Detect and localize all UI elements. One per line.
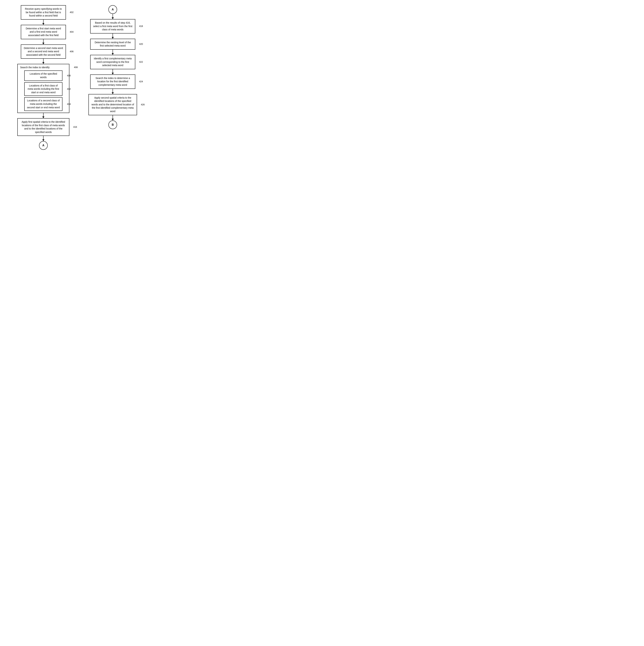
step-422-label: 422 <box>139 61 143 64</box>
step-402-box: Receive query specifying words to be fou… <box>21 5 66 20</box>
step-426-label: 426 <box>141 103 145 106</box>
step-418-text: Based on the results of step 416, select… <box>93 21 132 31</box>
arrow-r2 <box>112 33 114 39</box>
step-414-box: Locations of a second class of meta word… <box>24 97 62 111</box>
step-416-box: Apply first spatial criteria to the iden… <box>17 118 70 136</box>
circle-a-bottom: A <box>39 141 48 150</box>
circle-b-bottom: B <box>108 120 117 129</box>
arrow-head <box>42 62 44 64</box>
step-414-label: 414 <box>67 103 71 106</box>
arrow-head <box>112 53 114 55</box>
step-422-box: Identify a first complementary meta word… <box>90 55 135 69</box>
group-408-box: Search the index to identify: 408 Locati… <box>17 64 70 113</box>
step-424-box: Search the index to determine a location… <box>90 75 135 89</box>
arrow-line <box>43 59 43 62</box>
step-404-box: Determine a first start meta word and a … <box>21 25 66 39</box>
circle-a-bottom-label: A <box>42 144 44 147</box>
arrow-1 <box>42 20 44 25</box>
step-416-text: Apply first spatial criteria to the iden… <box>22 120 65 133</box>
arrow-line <box>43 113 43 116</box>
step-412-label: 412 <box>67 88 71 91</box>
step-410-text: Locations of the specified words <box>30 72 57 79</box>
circle-a-top-label: A <box>112 8 114 11</box>
group-408-inner: Locations of the specified words 410 Loc… <box>20 71 67 111</box>
group-408-number: 408 <box>74 66 78 69</box>
flowchart: Receive query specifying words to be fou… <box>5 5 151 150</box>
step-404-text: Determine a first start meta word and a … <box>26 27 61 37</box>
arrow-r1 <box>112 14 114 19</box>
step-424-text: Search the index to determine a location… <box>96 77 130 86</box>
arrow-r3 <box>112 49 114 55</box>
arrow-r4 <box>112 69 114 75</box>
arrow-5 <box>42 136 44 141</box>
arrow-line <box>43 20 43 23</box>
arrow-head <box>42 23 44 25</box>
step-420-text: Determine the nesting level of the first… <box>95 41 131 47</box>
step-426-box: Apply second spatial criteria to the ide… <box>89 94 137 115</box>
step-410-box: Locations of the specified words 410 <box>24 71 62 81</box>
step-412-box: Locations of a first class of meta words… <box>24 82 62 96</box>
step-406-box: Determine a second start meta word and a… <box>21 44 66 59</box>
step-420-box: Determine the nesting level of the first… <box>90 39 135 49</box>
step-418-label: 418 <box>139 25 143 28</box>
circle-b-bottom-label: B <box>112 123 114 126</box>
step-412-text: Locations of a first class of meta words… <box>28 84 59 94</box>
arrow-head <box>42 43 44 44</box>
arrow-head <box>112 17 114 19</box>
right-column: A Based on the results of step 416, sele… <box>83 5 142 129</box>
step-410-label: 410 <box>67 74 71 77</box>
arrow-head <box>42 116 44 118</box>
step-420-label: 420 <box>139 42 143 46</box>
step-426-text: Apply second spatial criteria to the ide… <box>92 96 134 113</box>
arrow-4 <box>42 113 44 118</box>
arrow-head <box>42 139 44 141</box>
arrow-3 <box>42 59 44 64</box>
arrow-line <box>113 33 113 37</box>
arrow-line <box>113 49 113 53</box>
step-424-label: 424 <box>139 80 143 83</box>
arrow-head <box>112 73 114 75</box>
arrow-line <box>113 115 113 119</box>
step-418-box: Based on the results of step 416, select… <box>90 19 135 33</box>
step-414-text: Locations of a second class of meta word… <box>27 99 60 109</box>
step-406-label: 406 <box>70 50 74 53</box>
step-406-text: Determine a second start meta word and a… <box>24 47 63 56</box>
arrow-r6 <box>112 115 114 120</box>
step-416-label: 416 <box>73 125 77 129</box>
arrow-line <box>113 69 113 73</box>
left-column: Receive query specifying words to be fou… <box>14 5 73 150</box>
arrow-line <box>113 14 113 17</box>
arrow-r5 <box>112 89 114 94</box>
circle-a-top: A <box>108 5 117 14</box>
arrow-line <box>43 136 43 139</box>
step-402-label: 402 <box>70 11 74 14</box>
arrow-head <box>112 92 114 94</box>
arrow-line <box>43 39 43 43</box>
group-408-label: Search the index to identify: <box>20 66 67 69</box>
step-422-text: Identify a first complementary meta word… <box>94 57 132 67</box>
arrow-head <box>112 37 114 39</box>
step-404-label: 404 <box>70 30 74 33</box>
step-402-text: Receive query specifying words to be fou… <box>25 7 62 17</box>
arrow-2 <box>42 39 44 44</box>
arrow-head <box>112 119 114 120</box>
arrow-line <box>113 89 113 92</box>
